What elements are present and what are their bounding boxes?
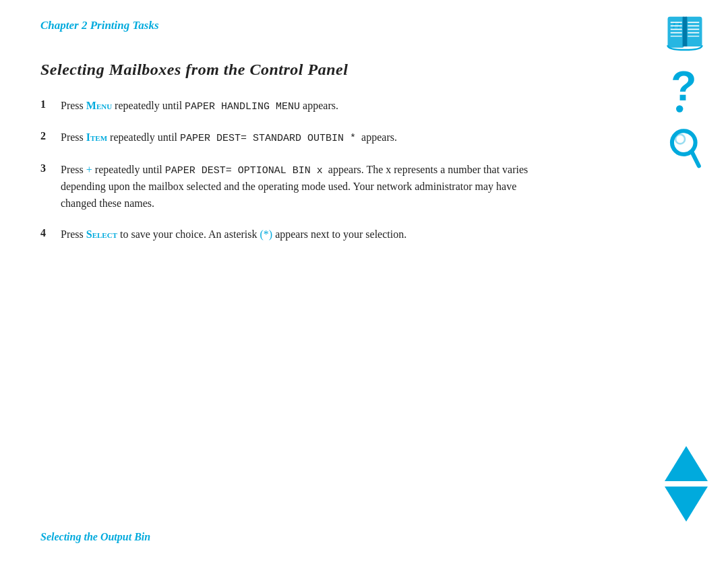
main-content: Selecting Mailboxes from the Control Pan… (0, 40, 586, 278)
step-3-number: 3 (40, 162, 61, 175)
step-4-number: 4 (40, 226, 61, 239)
step-1-number: 1 (40, 98, 61, 111)
page-header: Chapter 2 Printing Tasks 112 (0, 0, 728, 40)
step-1: 1 Press Menu repeatedly until PAPER HAND… (40, 98, 546, 115)
step-3-code: PAPER DEST= OPTIONAL BIN x (165, 165, 323, 177)
step-1-code: PAPER HANDLING MENU (185, 101, 300, 113)
magnifier-icon[interactable] (667, 125, 702, 174)
step-3-text: Press + repeatedly until PAPER DEST= OPT… (61, 162, 546, 212)
step-3: 3 Press + repeatedly until PAPER DEST= O… (40, 162, 546, 212)
plus-keyword: + (86, 164, 92, 175)
svg-line-14 (692, 152, 698, 166)
step-2-code: PAPER DEST= STANDARD OUTBIN * (180, 133, 356, 144)
question-icon[interactable]: ? (667, 65, 702, 113)
svg-point-15 (675, 134, 685, 144)
step-4: 4 Press Select to save your choice. An a… (40, 226, 546, 243)
svg-rect-0 (683, 17, 688, 46)
steps-list: 1 Press Menu repeatedly until PAPER HAND… (40, 98, 546, 243)
page-title: Selecting Mailboxes from the Control Pan… (40, 61, 546, 79)
step-2: 2 Press Item repeatedly until PAPER DEST… (40, 129, 546, 146)
nav-arrows[interactable] (665, 446, 708, 522)
sidebar-icons: ? (662, 13, 708, 174)
asterisk-paren: (*) (260, 228, 272, 240)
arrow-down-button[interactable] (665, 487, 708, 522)
svg-point-12 (676, 105, 683, 112)
footer-label: Selecting the Output Bin (40, 531, 150, 543)
select-keyword: Select (86, 228, 117, 240)
chapter-label: Chapter 2 Printing Tasks (40, 19, 159, 32)
arrow-up-button[interactable] (665, 446, 708, 481)
menu-keyword: Menu (86, 100, 112, 111)
step-2-text: Press Item repeatedly until PAPER DEST= … (61, 129, 397, 146)
item-keyword: Item (86, 131, 107, 143)
step-1-text: Press Menu repeatedly until PAPER HANDLI… (61, 98, 338, 115)
svg-text:?: ? (671, 65, 696, 109)
step-2-number: 2 (40, 129, 61, 142)
step-4-text: Press Select to save your choice. An ast… (61, 226, 406, 243)
book-icon[interactable] (662, 13, 708, 53)
